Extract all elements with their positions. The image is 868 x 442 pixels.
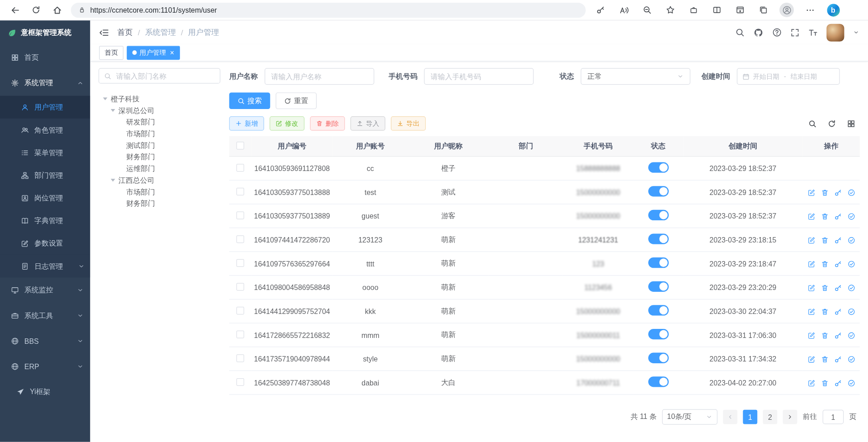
sidebar-item-post-management[interactable]: 岗位管理: [0, 186, 90, 209]
assign-role-icon[interactable]: [847, 189, 855, 196]
reset-button[interactable]: 重置: [276, 92, 317, 109]
row-checkbox[interactable]: [237, 187, 244, 195]
browser-profile-button[interactable]: [776, 2, 797, 19]
search-button[interactable]: 搜索: [229, 92, 270, 109]
status-toggle[interactable]: [648, 186, 669, 196]
reset-password-icon[interactable]: [834, 189, 842, 196]
tree-node-dept[interactable]: 运维部门: [99, 163, 220, 175]
edit-icon[interactable]: [807, 332, 815, 339]
sidebar-item-user-management[interactable]: 用户管理: [0, 96, 90, 119]
tree-node-branch[interactable]: 深圳总公司: [99, 105, 220, 116]
tree-node-dept[interactable]: 财务部门: [99, 198, 220, 209]
font-size-button[interactable]: [808, 28, 818, 37]
delete-icon[interactable]: [821, 236, 828, 244]
sidebar-item-menu-management[interactable]: 菜单管理: [0, 141, 90, 164]
tree-node-dept[interactable]: 市场部门: [99, 186, 220, 198]
sidebar-item-log-management[interactable]: 日志管理: [0, 255, 90, 277]
date-range-picker[interactable]: 开始日期 - 结束日期: [737, 68, 840, 85]
page-size-select[interactable]: 10条/页: [662, 409, 717, 424]
sidebar-item-parameter-settings[interactable]: 参数设置: [0, 232, 90, 255]
tab-user-management[interactable]: 用户管理 ×: [127, 46, 180, 60]
reset-password-icon[interactable]: [834, 308, 842, 315]
sidebar-item-dict-management[interactable]: 字典管理: [0, 209, 90, 232]
status-toggle[interactable]: [648, 281, 669, 292]
page-2-button[interactable]: 2: [763, 410, 778, 424]
status-toggle[interactable]: [648, 162, 669, 173]
assign-role-icon[interactable]: [847, 236, 855, 244]
browser-refresh-button[interactable]: [25, 2, 47, 19]
breadcrumb-home[interactable]: 首页: [117, 28, 133, 38]
row-checkbox[interactable]: [237, 235, 244, 243]
row-checkbox[interactable]: [237, 259, 244, 266]
tree-node-dept[interactable]: 财务部门: [99, 151, 220, 163]
phone-input[interactable]: [424, 68, 534, 85]
browser-home-button[interactable]: [47, 2, 68, 19]
github-link[interactable]: [754, 28, 764, 38]
delete-icon[interactable]: [821, 189, 828, 196]
edit-icon[interactable]: [807, 379, 815, 387]
split-screen-button[interactable]: [707, 2, 728, 19]
row-checkbox[interactable]: [237, 330, 244, 338]
row-checkbox[interactable]: [237, 306, 244, 314]
delete-button[interactable]: 删除: [310, 116, 345, 131]
column-settings-icon[interactable]: [847, 119, 855, 128]
zoom-button[interactable]: [636, 2, 658, 19]
status-toggle[interactable]: [648, 210, 669, 220]
delete-icon[interactable]: [821, 284, 828, 292]
sidebar-item-role-management[interactable]: 角色管理: [0, 119, 90, 141]
status-toggle[interactable]: [648, 305, 669, 315]
assign-role-icon[interactable]: [847, 379, 855, 387]
fullscreen-button[interactable]: [791, 28, 800, 37]
sidebar-item-system-monitoring[interactable]: 系统监控: [0, 277, 90, 303]
status-toggle[interactable]: [648, 376, 669, 387]
read-aloud-button[interactable]: [613, 2, 635, 19]
refresh-table-icon[interactable]: [828, 119, 836, 128]
add-favorite-button[interactable]: [660, 2, 681, 19]
status-toggle[interactable]: [648, 257, 669, 268]
status-toggle[interactable]: [648, 353, 669, 363]
tree-node-branch[interactable]: 江西总公司: [99, 175, 220, 186]
reset-password-icon[interactable]: [834, 355, 842, 363]
reset-password-icon[interactable]: [834, 284, 842, 292]
sidebar-item-yi-framework[interactable]: Yi框架: [0, 379, 90, 404]
breadcrumb-system[interactable]: 系统管理: [145, 28, 176, 38]
select-all-checkbox[interactable]: [237, 142, 244, 149]
edit-icon[interactable]: [807, 189, 815, 196]
address-bar[interactable]: https://ccnetcore.com:1101/system/user: [71, 3, 586, 18]
edit-icon[interactable]: [807, 355, 815, 363]
next-page-button[interactable]: [783, 410, 797, 424]
row-checkbox[interactable]: [237, 354, 244, 362]
toggle-search-icon[interactable]: [808, 119, 816, 128]
assign-role-icon[interactable]: [847, 308, 855, 315]
prev-page-button[interactable]: [723, 410, 737, 424]
status-select[interactable]: 正常: [581, 68, 690, 85]
assign-role-icon[interactable]: [847, 260, 855, 268]
import-button[interactable]: 导入: [351, 116, 385, 131]
assign-role-icon[interactable]: [847, 332, 855, 339]
sidebar-item-department-management[interactable]: 部门管理: [0, 164, 90, 186]
sidebar-item-home[interactable]: 首页: [0, 45, 90, 70]
browser-back-button[interactable]: [5, 2, 26, 19]
reset-password-icon[interactable]: [834, 332, 842, 339]
row-checkbox[interactable]: [237, 164, 244, 171]
edit-icon[interactable]: [807, 213, 815, 220]
delete-icon[interactable]: [821, 355, 828, 363]
tree-node-dept[interactable]: 测试部门: [99, 139, 220, 151]
export-button[interactable]: 导出: [391, 116, 426, 131]
status-toggle[interactable]: [648, 233, 669, 244]
sidebar-item-bbs[interactable]: BBS: [0, 328, 90, 354]
close-tab-icon[interactable]: ×: [170, 49, 174, 56]
delete-icon[interactable]: [821, 379, 828, 387]
reset-password-icon[interactable]: [834, 260, 842, 268]
edit-button[interactable]: 修改: [270, 116, 304, 131]
help-button[interactable]: [772, 28, 782, 37]
tab-home[interactable]: 首页: [99, 46, 123, 60]
delete-icon[interactable]: [821, 308, 828, 315]
assign-role-icon[interactable]: [847, 355, 855, 363]
sidebar-item-erp[interactable]: ERP: [0, 354, 90, 379]
extensions-button[interactable]: [683, 2, 704, 19]
tree-node-dept[interactable]: 市场部门: [99, 128, 220, 140]
edit-icon[interactable]: [807, 260, 815, 268]
copilot-button[interactable]: b: [823, 2, 844, 19]
user-avatar[interactable]: [826, 24, 844, 41]
